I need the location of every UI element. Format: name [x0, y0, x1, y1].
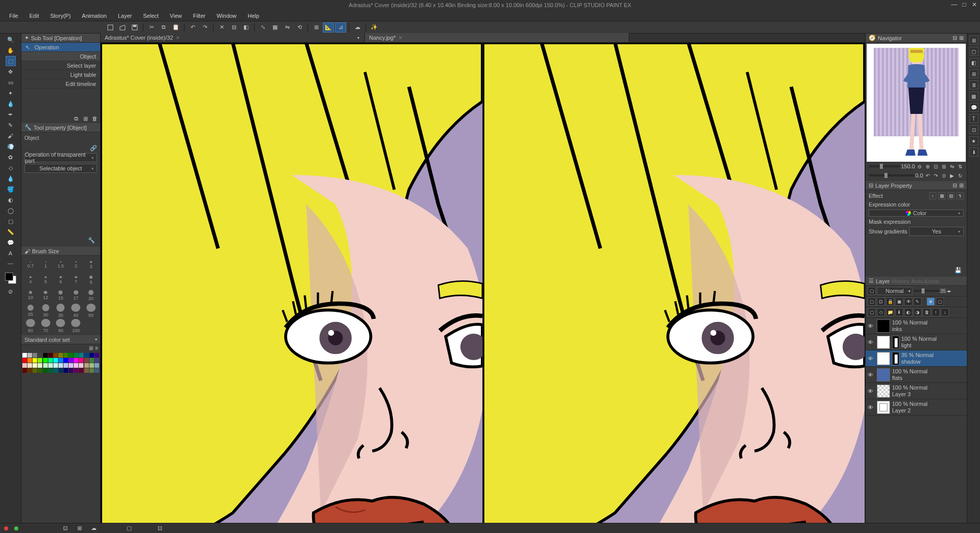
chevron-down-icon[interactable]: ▾ [357, 36, 359, 40]
visibility-icon[interactable]: 👁 [868, 388, 875, 394]
color-swatch-cell[interactable] [84, 353, 89, 358]
close-button[interactable]: ✕ [971, 1, 978, 8]
color-swatch-cell[interactable] [22, 358, 27, 363]
brush-size-cell[interactable]: 80 [54, 319, 68, 333]
extract-icon[interactable]: ↯ [957, 192, 964, 199]
color-swatch-cell[interactable] [95, 353, 99, 358]
expression-color-dropdown[interactable]: Color [869, 210, 964, 217]
menu-icon[interactable]: ≡ [95, 345, 98, 351]
correct-line-tool[interactable]: 〰 [6, 259, 16, 269]
color-swatch-cell[interactable] [79, 363, 83, 368]
menu-edit[interactable]: Edit [24, 11, 44, 20]
brush-size-cell[interactable]: 17 [69, 288, 83, 303]
color-swatch-cell[interactable] [27, 363, 32, 368]
clip-studio-button[interactable]: ☁ [352, 22, 363, 33]
loop-icon[interactable]: ↻ [957, 172, 964, 179]
undo-button[interactable]: ↶ [187, 22, 198, 33]
play-icon[interactable]: ▶ [948, 172, 956, 179]
rotate-slider[interactable] [869, 174, 914, 176]
subtool-panel-header[interactable]: ✦ Sub Tool [Operation] [21, 34, 100, 43]
menu-filter[interactable]: Filter [188, 11, 210, 20]
eyedropper-tool[interactable]: 💧 [6, 99, 16, 109]
brush-size-cell[interactable]: 1.5 [54, 258, 68, 272]
color-swatch-cell[interactable] [89, 363, 94, 368]
color-swatch-cell[interactable] [53, 353, 58, 358]
history-tab[interactable]: History [892, 278, 909, 284]
assist-button[interactable]: ✨ [369, 22, 380, 33]
figure-tool[interactable]: ◯ [6, 205, 16, 216]
brush-size-cell[interactable]: 15 [54, 288, 68, 303]
brush-size-cell[interactable]: 40 [69, 304, 83, 318]
delete-outside-button[interactable]: ⊟ [228, 22, 239, 33]
layer-thumbnail[interactable] [877, 319, 890, 333]
brush-size-cell[interactable]: 5 [39, 273, 53, 287]
visibility-icon[interactable]: 👁 [868, 372, 875, 378]
layer-thumbnail[interactable] [877, 401, 890, 414]
decoration-tool[interactable]: ✿ [6, 152, 16, 162]
flip-h-icon[interactable]: ⇋ [948, 163, 956, 170]
brush-size-cell[interactable]: 6 [54, 273, 68, 287]
color-swatch[interactable] [5, 273, 16, 284]
eraser-tool[interactable]: ◇ [6, 163, 16, 173]
color-swatch-cell[interactable] [89, 353, 94, 358]
frame-tool[interactable]: ▢ [6, 216, 16, 226]
color-swatch-cell[interactable] [38, 363, 42, 368]
new-vector-icon[interactable]: ◇ [877, 308, 885, 316]
pen-tool[interactable]: ✒ [6, 109, 16, 120]
pencil-tool[interactable]: ✎ [6, 120, 16, 130]
visibility-icon[interactable]: 👁 [868, 356, 875, 362]
color-swatch-cell[interactable] [33, 353, 37, 358]
tone-icon[interactable]: ▦ [938, 192, 945, 199]
layer-row[interactable]: 👁35 % Normalshadow [866, 350, 967, 367]
balloon-icon[interactable]: 💬 [969, 103, 978, 112]
brush-size-cell[interactable]: 25 [23, 304, 38, 318]
color-swatch-cell[interactable] [64, 363, 68, 368]
trash-icon[interactable]: 🗑 [91, 115, 98, 122]
visibility-icon[interactable]: 👁 [868, 339, 875, 345]
layer-thumbnail[interactable] [877, 336, 890, 349]
layer-color-icon[interactable]: ▨ [947, 192, 955, 199]
ref-icon[interactable]: 👁 [904, 298, 912, 306]
expand-icon[interactable]: ⊞ [959, 182, 964, 189]
new-button[interactable] [105, 22, 116, 33]
color-swatch-cell[interactable] [48, 358, 53, 363]
zoom-in-icon[interactable]: ⊕ [924, 163, 931, 170]
gradients-dropdown[interactable]: Yes [909, 227, 964, 236]
brush-size-cell[interactable]: 4 [23, 273, 38, 287]
color-swatch-cell[interactable] [22, 353, 27, 358]
brush-size-cell[interactable]: 12 [39, 288, 53, 303]
menu-file[interactable]: File [4, 11, 23, 20]
reset-rotate-icon[interactable]: ⊙ [940, 172, 947, 179]
tone-button[interactable]: ▦ [269, 22, 281, 33]
color-swatch-cell[interactable] [53, 358, 58, 363]
figure-icon[interactable]: ⊡ [969, 125, 978, 134]
brush-size-cell[interactable]: 35 [54, 304, 68, 318]
color-swatch-cell[interactable] [89, 368, 94, 373]
up-icon[interactable]: ↑ [932, 308, 940, 316]
navigator-header[interactable]: 🧭 Navigator ⊟ ⊞ [866, 34, 967, 43]
color-swatch-cell[interactable] [22, 363, 27, 368]
settings-icon[interactable]: 🔧 [88, 236, 95, 244]
sb-icon-3[interactable]: ☁ [89, 524, 98, 532]
layer-mask-thumbnail[interactable] [892, 336, 899, 349]
color-swatch-cell[interactable] [33, 363, 37, 368]
brush-size-cell[interactable]: 3 [84, 258, 98, 272]
flip-v-icon[interactable]: ⇅ [957, 163, 964, 170]
color-swatch-cell[interactable] [69, 353, 73, 358]
rotate-button[interactable]: ⟲ [294, 22, 305, 33]
sb-icon-2[interactable]: ⊞ [75, 524, 83, 532]
marquee-tool[interactable]: ▭ [6, 77, 16, 87]
brush-size-cell[interactable]: 0.7 [23, 258, 38, 272]
brush-size-header[interactable]: 🖌 Brush Size [21, 247, 100, 256]
menu-view[interactable]: View [165, 11, 187, 20]
gradient-tool[interactable]: ◐ [6, 195, 16, 205]
clear-button[interactable]: ✕ [216, 22, 227, 33]
draft-icon[interactable]: ✎ [913, 298, 922, 306]
subtool-select-layer[interactable]: Select layer [21, 61, 100, 70]
close-icon[interactable]: × [176, 35, 179, 41]
clip-icon[interactable]: ▣ [895, 298, 903, 306]
brush-size-cell[interactable]: 100 [69, 319, 83, 333]
color-swatch-cell[interactable] [64, 368, 68, 373]
color-swatch-cell[interactable] [95, 368, 99, 373]
border-icon[interactable]: ○ [929, 192, 936, 199]
